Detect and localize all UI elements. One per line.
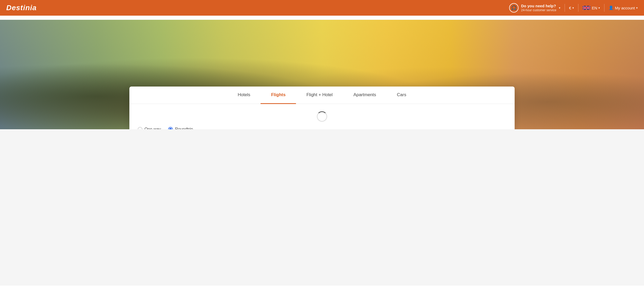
tab-flights[interactable]: Flights bbox=[261, 87, 296, 104]
trip-type-selector: One way Roundtrip bbox=[129, 127, 515, 129]
account-label: My account bbox=[615, 6, 635, 10]
divider-1 bbox=[565, 4, 565, 12]
tab-cars[interactable]: Cars bbox=[387, 87, 417, 104]
flag-uk-icon bbox=[583, 5, 590, 10]
help-button[interactable]: 🎧 Do you need help? 24-hour customer ser… bbox=[509, 3, 560, 13]
oneway-label: One way bbox=[144, 127, 161, 129]
roundtrip-radio[interactable] bbox=[168, 127, 173, 129]
hero-image: Hotels Flights Flight + Hotel Apartments… bbox=[0, 20, 644, 129]
help-subtitle: 24-hour customer service bbox=[521, 8, 556, 12]
language-label: EN bbox=[592, 6, 597, 10]
currency-label: € bbox=[569, 6, 571, 10]
currency-chevron: ▾ bbox=[572, 6, 574, 10]
sub-nav bbox=[0, 16, 644, 20]
oneway-option[interactable]: One way bbox=[138, 127, 161, 129]
account-menu[interactable]: 👤 My account ▾ bbox=[609, 5, 638, 10]
tab-flight-hotel[interactable]: Flight + Hotel bbox=[296, 87, 343, 104]
tab-apartments[interactable]: Apartments bbox=[343, 87, 387, 104]
help-text: Do you need help? 24-hour customer servi… bbox=[521, 4, 556, 12]
help-title: Do you need help? bbox=[521, 4, 556, 8]
currency-selector[interactable]: € ▾ bbox=[569, 6, 574, 10]
tab-hotels[interactable]: Hotels bbox=[227, 87, 261, 104]
roundtrip-dot bbox=[169, 128, 172, 129]
language-chevron: ▾ bbox=[598, 6, 600, 10]
account-chevron: ▾ bbox=[636, 6, 638, 10]
loading-spinner bbox=[317, 111, 327, 122]
header-right: 🎧 Do you need help? 24-hour customer ser… bbox=[509, 3, 638, 13]
divider-2 bbox=[578, 4, 578, 12]
search-tabs: Hotels Flights Flight + Hotel Apartments… bbox=[129, 87, 515, 104]
divider-3 bbox=[604, 4, 604, 12]
header: Destinia 🎧 Do you need help? 24-hour cus… bbox=[0, 0, 644, 16]
language-selector[interactable]: EN ▾ bbox=[583, 5, 600, 10]
roundtrip-label: Roundtrip bbox=[175, 127, 193, 129]
help-chevron: ▾ bbox=[559, 6, 560, 10]
roundtrip-option[interactable]: Roundtrip bbox=[168, 127, 193, 129]
page-body bbox=[0, 129, 644, 286]
oneway-radio[interactable] bbox=[138, 127, 142, 129]
logo: Destinia bbox=[6, 4, 37, 12]
account-person-icon: 👤 bbox=[609, 5, 614, 10]
search-card: Hotels Flights Flight + Hotel Apartments… bbox=[129, 87, 515, 129]
help-icon: 🎧 bbox=[509, 3, 519, 13]
loading-area bbox=[129, 104, 515, 127]
